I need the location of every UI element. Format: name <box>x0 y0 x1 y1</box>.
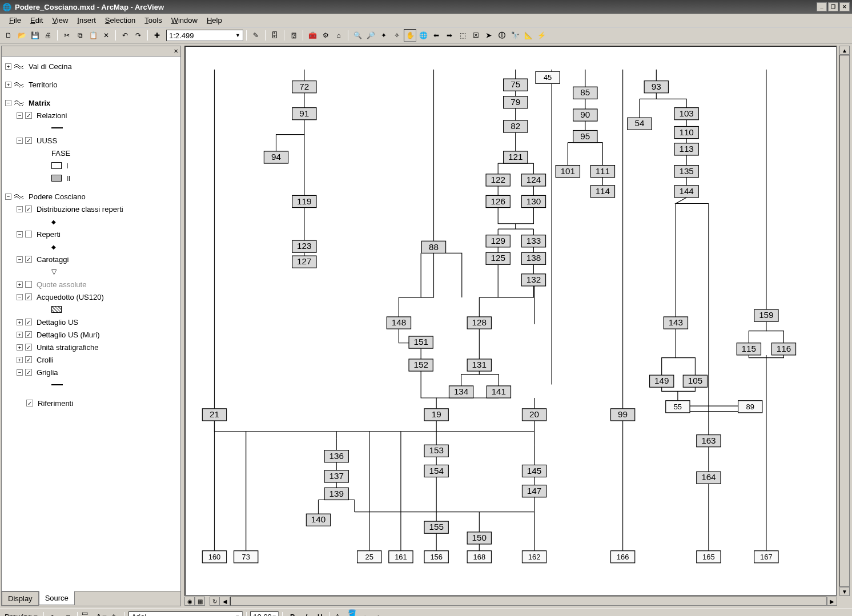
node-91[interactable]: 91 <box>292 108 316 120</box>
node-133[interactable]: 133 <box>521 235 545 247</box>
layer-checkbox[interactable]: ✓ <box>25 206 32 212</box>
clear-selection-button[interactable]: ☒ <box>469 29 482 42</box>
toc-item-Relazioni[interactable]: −✓Relazioni <box>5 109 177 122</box>
node-155[interactable]: 155 <box>424 521 448 533</box>
data-view-button[interactable]: ◉ <box>184 597 195 606</box>
hyperlink-button[interactable]: ⚡ <box>535 29 548 42</box>
toc-item-UUSS[interactable]: −✓UUSS <box>5 134 177 147</box>
node-132[interactable]: 132 <box>521 274 545 286</box>
node-19[interactable]: 19 <box>424 409 448 421</box>
node-126[interactable]: 126 <box>486 195 510 207</box>
forward-button[interactable]: ➡ <box>443 29 456 42</box>
node-162[interactable]: 162 <box>522 551 546 563</box>
toc-tab-display[interactable]: Display <box>2 591 39 606</box>
node-79[interactable]: 79 <box>504 96 528 108</box>
node-114[interactable]: 114 <box>590 186 614 198</box>
toc-item-Val di Cecina[interactable]: +Val di Cecina <box>5 60 177 73</box>
expand-icon[interactable]: − <box>17 369 23 376</box>
select-elements-button[interactable]: ➤ <box>483 29 495 42</box>
toc-item-Unità stratigrafiche[interactable]: +✓Unità stratigrafiche <box>5 341 177 353</box>
toc-item-II[interactable]: II <box>5 172 177 184</box>
print-button[interactable]: 🖨 <box>42 29 54 42</box>
node-75[interactable]: 75 <box>504 79 528 91</box>
node-151[interactable]: 151 <box>409 336 433 348</box>
node-122[interactable]: 122 <box>486 174 510 186</box>
node-124[interactable]: 124 <box>521 174 545 186</box>
italic-button[interactable]: I <box>300 611 312 617</box>
layout-view-button[interactable]: ▦ <box>195 597 205 606</box>
node-150[interactable]: 150 <box>467 532 491 544</box>
layer-checkbox[interactable] <box>25 281 32 288</box>
expand-icon[interactable]: + <box>17 357 23 363</box>
node-144[interactable]: 144 <box>674 186 698 198</box>
node-137[interactable]: 137 <box>324 470 348 482</box>
copy-button[interactable]: ⧉ <box>74 29 86 42</box>
fixed-zoom-out-button[interactable]: ✧ <box>391 29 403 42</box>
save-button[interactable]: 💾 <box>29 29 41 42</box>
node-45[interactable]: 45 <box>536 71 560 83</box>
v-scrollbar[interactable] <box>839 55 850 587</box>
layer-checkbox[interactable]: ✓ <box>25 369 32 376</box>
node-143[interactable]: 143 <box>664 317 688 329</box>
expand-icon[interactable]: + <box>17 281 23 288</box>
node-134[interactable]: 134 <box>449 386 473 398</box>
rotate-button[interactable]: ⟲ <box>61 611 74 617</box>
expand-icon[interactable]: + <box>17 332 23 338</box>
toc-item-diamond[interactable]: ◆ <box>5 240 177 253</box>
edit-vertices-button[interactable]: ✎ <box>108 611 121 617</box>
layer-checkbox[interactable]: ✓ <box>26 400 33 406</box>
expand-icon[interactable]: − <box>17 138 23 144</box>
node-72[interactable]: 72 <box>292 81 316 93</box>
node-154[interactable]: 154 <box>424 465 448 477</box>
h-scrollbar[interactable] <box>230 597 827 606</box>
identify-button[interactable]: ⓘ <box>496 29 508 42</box>
node-138[interactable]: 138 <box>521 252 545 264</box>
layer-checkbox[interactable]: ✓ <box>25 344 32 351</box>
toc-item-Griglia[interactable]: −✓Griglia <box>5 366 177 379</box>
node-103[interactable]: 103 <box>674 108 698 120</box>
fixed-zoom-in-button[interactable]: ✦ <box>377 29 390 42</box>
node-94[interactable]: 94 <box>264 151 288 163</box>
node-123[interactable]: 123 <box>292 240 316 252</box>
node-136[interactable]: 136 <box>324 450 348 462</box>
font-color-button[interactable]: A ▾ <box>333 611 346 617</box>
toc-item-Riferimenti[interactable]: ✓Riferimenti <box>5 397 177 409</box>
node-20[interactable]: 20 <box>522 409 546 421</box>
toc-item-Dettaglio US[interactable]: +✓Dettaglio US <box>5 316 177 328</box>
node-116[interactable]: 116 <box>771 343 795 355</box>
expand-icon[interactable]: + <box>17 319 23 325</box>
toc-item-FASE[interactable]: FASE <box>5 147 177 159</box>
new-button[interactable]: 🗋 <box>2 29 15 42</box>
new-text-button[interactable]: A ▾ <box>95 611 107 617</box>
node-160[interactable]: 160 <box>202 551 226 563</box>
node-140[interactable]: 140 <box>306 514 330 526</box>
toc-tab-source[interactable]: Source <box>39 591 75 605</box>
expand-icon[interactable]: − <box>17 112 23 119</box>
toc-item-Dettaglio US (Muri)[interactable]: +✓Dettaglio US (Muri) <box>5 328 177 341</box>
node-166[interactable]: 166 <box>610 551 634 563</box>
node-89[interactable]: 89 <box>738 401 762 413</box>
menu-edit[interactable]: Edit <box>26 14 47 26</box>
toc-close-button[interactable]: ✕ <box>174 48 178 54</box>
node-141[interactable]: 141 <box>487 386 511 398</box>
expand-icon[interactable]: + <box>5 82 11 88</box>
toolbox-button[interactable]: 🧰 <box>306 29 319 42</box>
select-features-button[interactable]: ⬚ <box>456 29 469 42</box>
layer-checkbox[interactable]: ✓ <box>25 112 32 119</box>
expand-icon[interactable]: − <box>17 206 23 212</box>
redo-button[interactable]: ↷ <box>132 29 144 42</box>
toc-item-Carotaggi[interactable]: −✓Carotaggi <box>5 253 177 265</box>
node-54[interactable]: 54 <box>628 118 652 130</box>
node-131[interactable]: 131 <box>467 359 491 371</box>
node-167[interactable]: 167 <box>754 551 778 563</box>
modelbuilder-button[interactable]: ⚙ <box>319 29 332 42</box>
node-25[interactable]: 25 <box>357 551 381 563</box>
expand-icon[interactable]: − <box>17 294 23 300</box>
node-161[interactable]: 161 <box>389 551 413 563</box>
node-101[interactable]: 101 <box>556 166 580 178</box>
node-130[interactable]: 130 <box>521 195 545 207</box>
font-combo[interactable]: Arial▼ <box>128 611 243 617</box>
node-90[interactable]: 90 <box>573 109 597 121</box>
node-164[interactable]: 164 <box>697 472 721 484</box>
node-111[interactable]: 111 <box>590 166 614 178</box>
